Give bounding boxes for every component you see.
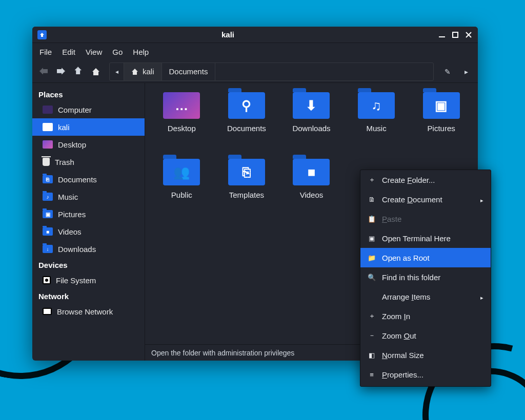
nav-up-button[interactable]: 🡅 — [71, 65, 86, 79]
path-history-button[interactable]: ◂ — [110, 63, 124, 80]
menubar: File Edit View Go Help — [32, 43, 478, 60]
ctx-item-label: Normal Size — [382, 351, 483, 360]
close-button[interactable] — [466, 32, 472, 38]
folder-icon: ↓ — [43, 245, 53, 253]
ctx-create-document[interactable]: 🗎Create Document — [360, 190, 491, 209]
ctx-open-as-root[interactable]: 📁Open as Root — [360, 248, 491, 267]
sidebar-item-videos[interactable]: ■Videos — [32, 223, 145, 240]
submenu-arrow-icon — [480, 195, 483, 204]
folder-icon: ■ — [293, 159, 330, 185]
sidebar-item-kali[interactable]: kali — [32, 118, 145, 136]
path-segment-documents[interactable]: Documents — [162, 63, 216, 80]
sidebar-item-browse-network[interactable]: Browse Network — [32, 303, 145, 320]
folder-glyph-icon: ■ — [308, 164, 316, 180]
folder-icon: ■ — [43, 227, 53, 236]
folder-icon: ▣ — [423, 92, 460, 119]
sidebar-item-label: Desktop — [58, 140, 86, 149]
submenu-arrow-icon — [480, 292, 483, 301]
sidebar-item-computer[interactable]: Computer — [32, 101, 145, 118]
ctx-item-label: Zoom In — [382, 312, 483, 321]
ctx-item-icon: ＋ — [368, 311, 376, 321]
folder-music[interactable]: ♫Music — [346, 92, 407, 153]
folder-icon: ♫ — [358, 92, 395, 119]
sidebar-item-desktop[interactable]: Desktop — [32, 136, 145, 153]
path-segment-home[interactable]: kali — [124, 63, 162, 80]
ctx-zoom-out[interactable]: －Zoom Out — [360, 326, 491, 345]
menu-file[interactable]: File — [39, 48, 52, 56]
folder-documents[interactable]: ⚲Documents — [216, 92, 277, 153]
path-bar: ◂ kali Documents — [109, 62, 434, 81]
folder-icon — [43, 106, 53, 114]
folder-icon: ♪ — [43, 193, 53, 201]
sidebar-item-label: File System — [56, 276, 96, 285]
path-overflow-button[interactable]: ▸ — [458, 64, 474, 80]
sidebar-item-pictures[interactable]: ▣Pictures — [32, 205, 145, 223]
ctx-item-icon: 📁 — [368, 254, 376, 262]
sidebar-item-downloads[interactable]: ↓Downloads — [32, 240, 145, 258]
titlebar[interactable]: kali — [32, 27, 478, 43]
sidebar-item-trash[interactable]: Trash — [32, 153, 145, 171]
nav-back-button[interactable]: 🡄 — [36, 65, 51, 79]
folder-downloads[interactable]: ⬇Downloads — [281, 92, 342, 153]
ctx-find-in-this-folder[interactable]: 🔍Find in this folder — [360, 267, 491, 287]
sidebar-item-documents[interactable]: ⎘Documents — [32, 171, 145, 188]
folder-icon: … — [163, 92, 200, 119]
sidebar-item-label: Pictures — [58, 210, 86, 219]
trash-icon — [43, 158, 50, 166]
path-empty-area[interactable] — [215, 63, 433, 80]
folder-videos[interactable]: ■Videos — [281, 159, 342, 219]
ctx-item-label: Properties... — [382, 370, 483, 379]
sidebar-item-label: Downloads — [58, 245, 96, 254]
ctx-item-icon: － — [368, 331, 376, 340]
ctx-item-label: Arrange Items — [382, 292, 474, 301]
sidebar: Places ComputerkaliDesktopTrash⎘Document… — [32, 83, 145, 361]
ctx-item-icon: ▣ — [368, 235, 376, 242]
ctx-zoom-in[interactable]: ＋Zoom In — [360, 306, 491, 326]
folder-desktop[interactable]: …Desktop — [151, 92, 212, 153]
ctx-item-icon: ◧ — [368, 351, 376, 359]
ctx-item-label: Open Terminal Here — [382, 234, 483, 243]
ctx-item-label: Create Document — [382, 195, 474, 204]
ctx-open-terminal-here[interactable]: ▣Open Terminal Here — [360, 228, 491, 248]
folder-templates[interactable]: ⎘Templates — [216, 159, 277, 219]
folder-public[interactable]: 👥Public — [151, 159, 212, 219]
ctx-item-icon: ≡ — [368, 371, 376, 379]
ctx-create-folder[interactable]: ＋Create Folder... — [360, 170, 491, 190]
path-segment-label: Documents — [169, 67, 208, 76]
maximize-button[interactable] — [452, 32, 458, 38]
folder-icon: ⎘ — [228, 159, 265, 185]
nav-forward-button[interactable]: 🡆 — [54, 65, 68, 79]
ctx-paste: 📋Paste — [360, 209, 491, 228]
folder-glyph-icon: ⚲ — [241, 98, 251, 114]
folder-icon: ⚲ — [228, 92, 265, 119]
folder-glyph-icon: ▣ — [435, 98, 448, 114]
edit-path-button[interactable]: ✎ — [440, 64, 455, 80]
ctx-item-icon: 🗎 — [368, 196, 376, 203]
ctx-normal-size[interactable]: ◧Normal Size — [360, 345, 491, 365]
ctx-arrange-items[interactable]: Arrange Items — [360, 287, 491, 306]
folder-icon: ▣ — [43, 210, 53, 218]
menu-go[interactable]: Go — [112, 48, 123, 56]
svg-rect-0 — [439, 36, 445, 37]
menu-edit[interactable]: Edit — [62, 48, 75, 56]
home-icon — [131, 68, 138, 75]
sidebar-item-label: Trash — [55, 158, 74, 166]
nav-home-button[interactable] — [89, 65, 103, 79]
folder-label: Downloads — [292, 124, 330, 133]
folder-label: Desktop — [168, 124, 196, 133]
svg-rect-1 — [453, 32, 458, 37]
sidebar-heading-devices: Devices — [32, 258, 145, 271]
network-icon — [43, 308, 52, 315]
ctx-item-label: Open as Root — [382, 254, 483, 262]
sidebar-item-music[interactable]: ♪Music — [32, 188, 145, 205]
minimize-button[interactable] — [439, 32, 445, 38]
sidebar-item-file-system[interactable]: File System — [32, 271, 145, 289]
ctx-properties[interactable]: ≡Properties... — [360, 365, 491, 384]
menu-view[interactable]: View — [86, 48, 102, 56]
context-menu: ＋Create Folder...🗎Create Document📋Paste▣… — [360, 170, 491, 387]
folder-glyph-icon: ⎘ — [243, 164, 251, 180]
folder-icon: ⬇ — [293, 92, 330, 119]
menu-help[interactable]: Help — [133, 48, 149, 56]
sidebar-item-label: kali — [58, 123, 70, 132]
folder-pictures[interactable]: ▣Pictures — [411, 92, 472, 153]
